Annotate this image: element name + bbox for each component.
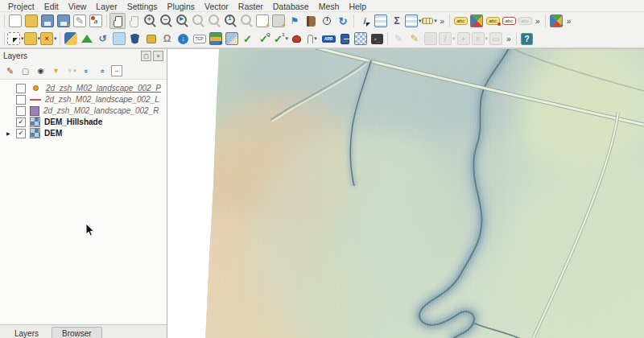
- menu-raster[interactable]: Raster: [233, 2, 268, 11]
- check-topology-button[interactable]: ✓1▾: [272, 31, 289, 47]
- delete-selected-button[interactable]: ▭: [488, 31, 504, 47]
- arr-plugin-button[interactable]: ARR: [320, 31, 336, 47]
- toolbar-overflow-button[interactable]: »: [504, 35, 514, 43]
- report-plugin-button[interactable]: [336, 31, 353, 47]
- toggle-editing-button[interactable]: ✎: [390, 31, 407, 47]
- open-attribute-table-button[interactable]: [373, 13, 389, 29]
- tab-browser[interactable]: Browser: [52, 327, 102, 338]
- layer-checkbox[interactable]: [16, 106, 26, 116]
- expander-icon[interactable]: ▶: [6, 130, 16, 136]
- layout-manager-button[interactable]: ✎: [72, 13, 88, 29]
- attachments-button[interactable]: ▾: [304, 31, 320, 47]
- zoom-to-layer-button[interactable]: [238, 13, 254, 29]
- tab-layers[interactable]: Layers: [5, 328, 48, 338]
- expand-all-icon[interactable]: »: [80, 65, 93, 77]
- pan-to-selection-button[interactable]: [126, 13, 142, 29]
- bug-report-plugin-button[interactable]: [288, 31, 304, 47]
- check-quality-button[interactable]: ✓Q: [256, 31, 272, 47]
- vertex-tool-button[interactable]: ×▾: [472, 31, 489, 47]
- layer-checkbox[interactable]: ✓: [16, 117, 26, 127]
- pan-map-button[interactable]: [109, 13, 126, 29]
- attribute-table-dropdown-button[interactable]: ▾: [405, 13, 422, 29]
- download-plugin-button[interactable]: ↓: [175, 31, 192, 47]
- menu-help[interactable]: Help: [344, 2, 371, 11]
- zoom-native-button[interactable]: 1: [222, 13, 238, 29]
- menu-database[interactable]: Database: [268, 2, 314, 11]
- measure-button[interactable]: ▾: [422, 13, 438, 29]
- toolbar-overflow-button[interactable]: »: [438, 17, 448, 26]
- zoom-full-button[interactable]: ▶: [174, 13, 190, 29]
- dropdown-caret-icon[interactable]: ▾: [434, 18, 437, 24]
- zoom-last-button[interactable]: [190, 13, 206, 29]
- layer-checkbox[interactable]: [16, 84, 26, 93]
- filter-legend-icon[interactable]: ▼: [50, 65, 62, 77]
- identify-features-button[interactable]: i: [357, 13, 373, 29]
- new-map-view-button[interactable]: +: [254, 13, 270, 29]
- add-group-icon[interactable]: ▢: [19, 65, 31, 77]
- refresh-map-button[interactable]: ↻: [335, 13, 351, 29]
- save-project-button[interactable]: [39, 13, 56, 29]
- dropdown-caret-icon[interactable]: ▾: [314, 35, 317, 42]
- layer-labeling-button[interactable]: [469, 13, 485, 29]
- menu-project[interactable]: Project: [3, 2, 39, 11]
- layer-checkbox[interactable]: [16, 95, 26, 105]
- menu-edit[interactable]: Edit: [39, 2, 64, 11]
- pin-labels-button[interactable]: abc: [485, 13, 501, 29]
- add-line-feature-button[interactable]: /▾: [439, 31, 456, 47]
- new-layer-button[interactable]: +: [548, 13, 564, 29]
- shield-plugin-button[interactable]: [127, 31, 143, 47]
- menu-view[interactable]: View: [64, 2, 92, 11]
- layer-item[interactable]: 2d_zsh_M02_landscape_002_R: [0, 105, 167, 116]
- zoom-out-button[interactable]: −: [158, 13, 174, 29]
- processing-plugin-button[interactable]: ↺: [95, 31, 111, 47]
- python-console-button[interactable]: [63, 31, 79, 47]
- layer-item[interactable]: ✓ DEM_Hillshade: [0, 117, 167, 127]
- layer-item[interactable]: 2d_zsh_M02_landscape_002_P: [0, 83, 167, 93]
- close-panel-icon[interactable]: ×: [153, 51, 163, 61]
- open-layer-styling-icon[interactable]: ✎: [4, 65, 16, 77]
- remove-layer-icon[interactable]: −: [111, 65, 122, 76]
- filter-expression-icon[interactable]: ▼▾: [65, 65, 77, 77]
- layer-item[interactable]: ▶ ✓ DEM: [0, 128, 167, 138]
- menu-vector[interactable]: Vector: [200, 2, 233, 11]
- dropdown-caret-icon[interactable]: ▾: [419, 18, 422, 24]
- allow-edits-button[interactable]: ✎: [407, 31, 423, 47]
- toolbar-overflow-button[interactable]: »: [533, 17, 543, 26]
- add-layers-plugin-button[interactable]: +: [208, 31, 224, 47]
- layer-item[interactable]: 2d_zsh_M02_landscape_002_L: [0, 94, 167, 105]
- move-label-button[interactable]: abc: [517, 13, 533, 29]
- new-3d-map-view-button[interactable]: +: [270, 13, 287, 29]
- save-edits-button[interactable]: [423, 31, 439, 47]
- zoom-in-button[interactable]: +: [142, 13, 158, 29]
- grid-plugin-button[interactable]: [353, 31, 369, 47]
- menu-mesh[interactable]: Mesh: [314, 2, 345, 11]
- menu-layer[interactable]: Layer: [91, 2, 122, 11]
- statistics-button[interactable]: Σ: [389, 13, 405, 29]
- zoom-next-button[interactable]: [206, 13, 222, 29]
- mesh-plugin-button[interactable]: [111, 31, 127, 47]
- tcp-plugin-button[interactable]: TCP: [192, 31, 208, 47]
- save-project-as-button[interactable]: +: [56, 13, 72, 29]
- deselect-features-button[interactable]: ×▾: [40, 31, 57, 47]
- vertex-tool-all-button[interactable]: +: [456, 31, 472, 47]
- manage-map-themes-icon[interactable]: ◉: [35, 65, 47, 77]
- check-geometry-button[interactable]: ✓: [240, 31, 256, 47]
- select-by-value-button[interactable]: ▾: [24, 31, 41, 47]
- layer-checkbox[interactable]: ✓: [16, 129, 26, 138]
- terrain-plugin-button[interactable]: [79, 31, 95, 47]
- toolbar-overflow-button[interactable]: »: [564, 17, 574, 26]
- label-options-button[interactable]: abc: [452, 13, 469, 29]
- temporal-controller-button[interactable]: [319, 13, 335, 29]
- package-plugin-button[interactable]: [143, 31, 159, 47]
- georeferencer-button[interactable]: [224, 31, 240, 47]
- new-project-button[interactable]: [7, 13, 23, 29]
- collapse-all-icon[interactable]: »: [96, 65, 108, 77]
- new-bookmark-button[interactable]: ⚑: [287, 13, 303, 29]
- menu-plugins[interactable]: Plugins: [163, 2, 200, 11]
- console-plugin-button[interactable]: >_: [369, 31, 385, 47]
- open-project-button[interactable]: [23, 13, 39, 29]
- omega-plugin-button[interactable]: Ω: [159, 31, 175, 47]
- highlight-labels-button[interactable]: abc: [501, 13, 517, 29]
- menu-settings[interactable]: Settings: [122, 2, 163, 11]
- show-bookmarks-button[interactable]: [303, 13, 319, 29]
